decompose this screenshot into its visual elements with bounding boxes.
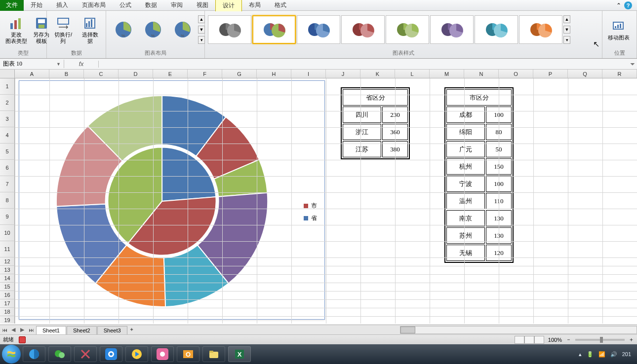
column-header[interactable]: J [326, 70, 360, 78]
task-camera[interactable] [151, 346, 174, 362]
worksheet-grid[interactable]: 12345678910111213141516171819 市省 省区分 四川2… [0, 78, 637, 324]
context-tab-格式[interactable]: 格式 [268, 0, 293, 11]
horizontal-scrollbar[interactable] [400, 326, 637, 334]
table-row[interactable]: 成都100 [446, 107, 512, 123]
city-table[interactable]: 市区分 成都100绵阳80广元50杭州150宁波100温州110南京130苏州1… [444, 87, 514, 263]
sheet-nav-prev[interactable]: ◀ [9, 327, 18, 333]
context-tab-设计[interactable]: 设计 [215, 0, 242, 11]
table-row[interactable]: 四川230 [343, 107, 408, 123]
row-header[interactable]: 7 [0, 176, 15, 192]
zoom-percent[interactable]: 100% [548, 337, 562, 343]
layout-scroll[interactable]: ▲ [198, 15, 205, 23]
chart-style-thumb[interactable] [430, 15, 474, 44]
row-header[interactable]: 8 [0, 192, 15, 209]
task-cloud[interactable] [100, 346, 122, 362]
row-header[interactable]: 13 [0, 266, 15, 274]
table-row[interactable]: 宁波100 [446, 176, 512, 192]
row-header[interactable]: 10 [0, 225, 15, 241]
row-header[interactable]: 9 [0, 209, 15, 225]
menu-tab-页面布局[interactable]: 页面布局 [75, 0, 113, 11]
style-scroll[interactable]: ▾ [563, 36, 570, 44]
table-row[interactable]: 浙江360 [343, 124, 408, 140]
select-all-corner[interactable] [0, 70, 15, 78]
chart-layout-thumb[interactable]: % [109, 17, 138, 42]
task-browser[interactable] [23, 346, 45, 362]
column-header[interactable]: I [291, 70, 326, 78]
row-header[interactable]: 17 [0, 299, 15, 308]
task-wechat[interactable] [48, 346, 71, 362]
layout-scroll[interactable]: ▼ [198, 26, 205, 34]
table-row[interactable]: 杭州150 [446, 158, 512, 175]
dropdown-icon[interactable]: ▼ [56, 62, 61, 67]
sheet-nav-first[interactable]: ⏮ [0, 327, 9, 333]
row-header[interactable]: 11 [0, 241, 15, 257]
row-header[interactable]: 12 [0, 257, 15, 266]
column-header[interactable]: R [602, 70, 637, 78]
chart-style-thumb[interactable] [519, 15, 562, 44]
task-snip[interactable] [74, 346, 97, 362]
chart-style-thumb[interactable] [475, 15, 518, 44]
row-header[interactable]: 19 [0, 316, 15, 324]
new-sheet-button[interactable]: ✦ [127, 327, 136, 333]
task-excel[interactable]: X [228, 346, 251, 362]
formula-expand-icon[interactable]: ⏷ [628, 61, 637, 68]
chart-style-thumb[interactable] [386, 15, 429, 44]
table-row[interactable]: 无锡120 [446, 245, 512, 261]
volume-icon[interactable]: 🔊 [610, 351, 617, 358]
table-row[interactable]: 南京130 [446, 210, 512, 226]
row-header[interactable]: 18 [0, 308, 15, 316]
column-header[interactable]: K [360, 70, 395, 78]
clock[interactable]: 201 [622, 351, 631, 357]
style-scroll[interactable]: ▲ [563, 15, 570, 23]
select-data-button[interactable]: 选择数据 [78, 14, 103, 45]
style-scroll[interactable]: ▼ [563, 26, 570, 34]
sheet-nav-last[interactable]: ⏭ [27, 327, 36, 333]
task-outlook[interactable]: O [177, 346, 199, 362]
column-header[interactable]: G [222, 70, 257, 78]
menu-tab-开始[interactable]: 开始 [24, 0, 49, 11]
row-header[interactable]: 3 [0, 111, 15, 127]
column-header[interactable]: O [499, 70, 533, 78]
zoom-slider[interactable] [575, 339, 625, 341]
row-header[interactable]: 16 [0, 291, 15, 299]
chart-layout-thumb[interactable]: % [139, 17, 167, 42]
menu-tab-数据[interactable]: 数据 [138, 0, 164, 11]
chart-style-thumb[interactable] [208, 15, 251, 44]
menu-tab-视图[interactable]: 视图 [190, 0, 215, 11]
column-header[interactable]: F [188, 70, 222, 78]
column-header[interactable]: D [119, 70, 153, 78]
help-icon[interactable]: ? [624, 1, 632, 9]
chart-style-thumb[interactable] [297, 15, 340, 44]
column-header[interactable]: N [464, 70, 499, 78]
zoom-out-button[interactable]: － [566, 336, 571, 343]
column-header[interactable]: H [257, 70, 291, 78]
fx-icon[interactable]: fx [64, 61, 99, 68]
sheet-tab[interactable]: Sheet3 [97, 326, 127, 334]
change-chart-type-button[interactable]: 更改 图表类型 [3, 14, 30, 45]
task-explorer[interactable] [202, 346, 225, 362]
table-row[interactable]: 温州110 [446, 193, 512, 209]
start-button[interactable] [2, 345, 21, 364]
menu-tab-公式[interactable]: 公式 [113, 0, 138, 11]
column-header[interactable]: B [49, 70, 84, 78]
macro-record-icon[interactable] [19, 336, 26, 343]
battery-icon[interactable]: 🔋 [587, 351, 594, 358]
province-table[interactable]: 省区分 四川230浙江360江苏380 [341, 87, 410, 159]
column-header[interactable]: M [430, 70, 464, 78]
row-header[interactable]: 14 [0, 274, 15, 283]
move-chart-button[interactable]: 移动图表 [605, 17, 632, 42]
row-header[interactable]: 15 [0, 283, 15, 291]
column-header[interactable]: P [533, 70, 568, 78]
menu-tab-审阅[interactable]: 审阅 [164, 0, 190, 11]
column-header[interactable]: C [84, 70, 119, 78]
row-header[interactable]: 1 [0, 78, 15, 95]
chart-style-thumb[interactable] [252, 15, 296, 44]
column-header[interactable]: L [395, 70, 430, 78]
view-mode-buttons[interactable] [515, 336, 544, 344]
row-header[interactable]: 4 [0, 127, 15, 144]
sheet-tab[interactable]: Sheet2 [67, 326, 97, 334]
tray-expand-icon[interactable]: ▴ [579, 351, 582, 358]
zoom-in-button[interactable]: ＋ [629, 336, 634, 343]
row-header[interactable]: 5 [0, 144, 15, 160]
task-player[interactable] [125, 346, 148, 362]
